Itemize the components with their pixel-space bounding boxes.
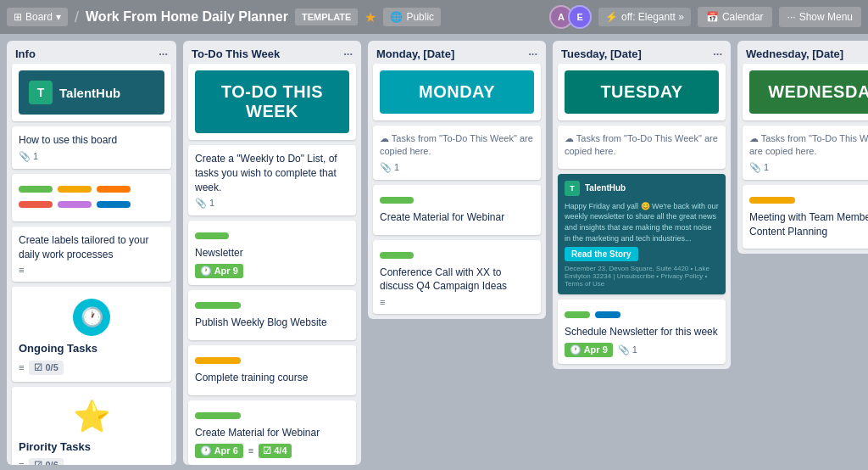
talenthub-name: TalentHub [59,86,120,100]
card-title: ☁ Tasks from "To-Do This Week" are copie… [565,132,719,159]
column-tuesday: Tuesday, [Date] ··· TUESDAY ☁ Tasks from… [553,41,731,369]
card-title: Schedule Newsletter for this week [565,325,719,339]
desc-icon: ≡ [19,362,24,372]
globe-icon: 🌐 [390,11,403,23]
monday-header-card[interactable]: MONDAY [373,64,541,120]
column-monday: Monday, [Date] ··· MONDAY ☁ Tasks from "… [368,41,546,319]
checklist-done-badge: ☑ 4/4 [259,444,291,458]
label-yellow [749,197,795,204]
desc-icon: ≡ [19,460,24,465]
desc-icon: ≡ [19,265,24,275]
monday-copied-task-card[interactable]: ☁ Tasks from "To-Do This Week" are copie… [373,126,541,180]
card-meta: 📎 1 [749,162,868,173]
column-body-todo: TO-DO THIS WEEK Create a "Weekly to Do" … [183,64,361,465]
card-title: How to use this board [19,133,164,148]
column-body-monday: MONDAY ☁ Tasks from "To-Do This Week" ar… [368,64,546,319]
board-button[interactable]: ⊞ Board ▾ [7,8,68,26]
card-meta: 📎 1 [195,198,349,209]
column-wednesday: Wednesday, [Date] ··· WEDNESDAY ☁ Tasks … [737,41,868,254]
label-green [380,197,414,204]
date-badge: 🕐 Apr 6 [195,444,243,458]
newsletter-card[interactable]: Newsletter 🕐 Apr 9 [188,221,356,285]
talenthub-blog-card[interactable]: T TalentHub Happy Friday and yall 😊 We'r… [558,174,726,294]
card-meta: ≡ [380,297,534,307]
column-body-info: T TalentHub How to use this board 📎 1 [7,64,176,465]
talenthub-card[interactable]: T TalentHub [12,64,171,121]
label-orange [97,186,131,193]
card-meta: ≡ [19,265,164,275]
monday-conference-call-card[interactable]: Conference Call with XX to discuss Q4 Ca… [373,240,541,315]
template-button[interactable]: TEMPLATE [295,8,358,25]
complete-training-card[interactable]: Complete training course [188,345,356,395]
todo-header-banner: TO-DO THIS WEEK [195,70,349,133]
desc-icon: ≡ [248,445,253,456]
create-material-webinar-card[interactable]: Create Material for Webinar 🕐 Apr 6 ≡ ☑ … [188,400,356,465]
tuesday-copied-card[interactable]: ☁ Tasks from "To-Do This Week" are copie… [558,126,726,169]
card-meta: 📎 1 [380,162,534,173]
column-todo: To-Do This Week ··· TO-DO THIS WEEK Crea… [183,41,361,465]
tuesday-header-card[interactable]: TUESDAY [558,64,726,120]
attach-icon: 📎 1 [19,151,38,162]
label-green [195,232,229,239]
column-info: Info ··· T TalentHub How to use this boa… [7,41,176,465]
card-title: ☁ Tasks from "To-Do This Week" are copie… [749,132,868,159]
monday-create-material-card[interactable]: Create Material for Webinar [373,185,541,235]
calendar-icon: 📅 [706,11,719,23]
board-area: Info ··· T TalentHub How to use this boa… [0,34,868,470]
column-menu-icon[interactable]: ··· [713,48,722,60]
date-badge: 🕐 Apr 9 [565,343,613,357]
label-green [380,252,414,259]
column-body-wednesday: WEDNESDAY ☁ Tasks from "To-Do This Week"… [737,64,868,254]
publish-blog-card[interactable]: Publish Weekly Blog Website [188,290,356,340]
card-meta: ≡ ☑ 0/5 [19,361,164,375]
avatar-2[interactable]: E [568,5,592,29]
talenthub-logo: T [29,81,53,104]
card-title: Conference Call with XX to discuss Q4 Ca… [380,266,534,294]
card-title: Publish Weekly Blog Website [195,316,349,330]
monday-banner: MONDAY [380,70,534,114]
card-title: Newsletter [195,246,349,260]
priority-tasks-card[interactable]: ⭐ Pirority Tasks ≡ ☑ 0/6 [12,387,171,465]
date-badge: 🕐 Apr 9 [195,264,243,278]
blog-body-text: Happy Friday and yall 😊 We're back with … [565,201,719,243]
calendar-button[interactable]: 📅 Calendar [698,7,772,27]
talenthub-mini-logo: T [565,181,580,196]
todo-header-card[interactable]: TO-DO THIS WEEK [188,64,356,140]
schedule-newsletter-card[interactable]: Schedule Newsletter for this week 🕐 Apr … [558,299,726,364]
power-up-button[interactable]: ⚡ off: Elegantt » [598,8,691,26]
label-green-wide [195,302,241,309]
label-blue [97,201,131,208]
label-green [19,186,53,193]
star-wrap: ⭐ [19,399,164,434]
column-menu-icon[interactable]: ··· [528,48,537,60]
column-header-todo: To-Do This Week ··· [183,41,361,64]
show-menu-button[interactable]: ··· Show Menu [779,7,861,27]
attach-icon: 📎 1 [618,344,637,355]
breadcrumb-divider: / [75,8,79,26]
star-button[interactable]: ★ [364,9,376,25]
how-to-use-card[interactable]: How to use this board 📎 1 [12,126,171,169]
column-menu-icon[interactable]: ··· [343,48,353,60]
wednesday-meeting-card[interactable]: Meeting with Team Member X - Content Pla… [743,185,868,249]
avatar-group: A E [549,5,592,29]
wednesday-header-card[interactable]: WEDNESDAY [743,64,868,120]
wednesday-copied-card[interactable]: ☁ Tasks from "To-Do This Week" are copie… [743,126,868,180]
labels-card[interactable] [12,174,171,221]
create-labels-card[interactable]: Create labels tailored to your daily wor… [12,227,171,283]
card-meta: 🕐 Apr 9 📎 1 [565,343,719,357]
label-purple [58,201,92,208]
card-title: Complete training course [195,371,349,385]
public-button[interactable]: 🌐 Public [383,8,441,26]
board-icon: ⊞ [14,11,22,23]
card-title: Create labels tailored to your daily wor… [19,233,164,262]
talenthub-blog-name: TalentHub [585,183,626,193]
column-menu-icon[interactable]: ··· [159,48,168,60]
create-weekly-list-card[interactable]: Create a "Weekly to Do" List, of tasks y… [188,145,356,215]
column-header-info: Info ··· [7,41,176,64]
card-meta: 🕐 Apr 9 [195,264,349,278]
read-story-button[interactable]: Read the Story [565,247,638,261]
checklist-badge: ☑ 0/6 [29,458,63,465]
attach-icon: 📎 1 [380,162,399,173]
ongoing-tasks-card[interactable]: 🕐 Ongoing Tasks ≡ ☑ 0/5 [12,287,171,381]
column-header-tuesday: Tuesday, [Date] ··· [553,41,731,64]
